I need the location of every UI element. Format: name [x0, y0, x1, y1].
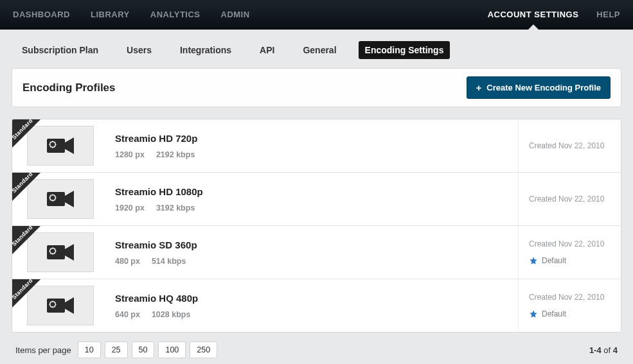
topnav-item-library[interactable]: LIBRARY — [91, 10, 130, 19]
svg-rect-9 — [47, 299, 65, 313]
profile-meta: 640 px 1028 kbps — [115, 310, 512, 319]
topnav-item-help[interactable]: HELP — [596, 10, 620, 19]
tab-subscription-plan[interactable]: Subscription Plan — [15, 41, 105, 59]
profile-created: Created Nov 22, 2010 — [529, 141, 611, 150]
section-header: Encoding Profiles + Create New Encoding … — [12, 68, 621, 107]
items-per-page-label: Items per page — [15, 345, 71, 355]
profile-info: Streamio HD 1080p 1920 px 3192 kbps — [109, 173, 518, 225]
items-per-page-100[interactable]: 100 — [158, 342, 186, 358]
profile-bitrate: 2192 kbps — [156, 150, 195, 159]
svg-marker-1 — [65, 137, 74, 154]
profile-info: Streamio HQ 480p 640 px 1028 kbps — [109, 279, 518, 332]
profile-info: Streamio HD 720p 1280 px 2192 kbps — [109, 119, 518, 172]
profile-bitrate: 514 kbps — [152, 257, 186, 266]
profile-thumbnail: Standard — [12, 173, 109, 225]
sub-nav: Subscription PlanUsersIntegrationsAPIGen… — [0, 30, 633, 68]
profile-side: Created Nov 22, 2010 — [518, 119, 621, 172]
video-camera-icon — [46, 189, 75, 209]
profile-width: 640 px — [115, 310, 140, 319]
profile-thumbnail: Standard — [12, 279, 109, 332]
profile-row[interactable]: Standard Streamio HD 720p 1280 px 2192 k… — [12, 119, 621, 173]
profile-side: Created Nov 22, 2010 Default — [518, 279, 621, 332]
profile-name: Streamio SD 360p — [115, 239, 512, 250]
video-camera-icon — [46, 296, 75, 315]
default-badge: Default — [529, 309, 611, 318]
pagination-footer: Items per page 102550100250 1-4 of 4 — [12, 333, 621, 364]
profile-row[interactable]: Standard Streamio SD 360p 480 px 514 kbp… — [12, 226, 621, 279]
section-title: Encoding Profiles — [22, 82, 116, 94]
profile-row[interactable]: Standard Streamio HQ 480p 640 px 1028 kb… — [12, 279, 621, 332]
profile-name: Streamio HQ 480p — [115, 293, 512, 304]
items-per-page-25[interactable]: 25 — [105, 342, 128, 358]
tab-encoding-settings[interactable]: Encoding Settings — [359, 41, 450, 59]
items-per-page-10[interactable]: 10 — [78, 342, 101, 358]
svg-marker-10 — [65, 297, 74, 314]
create-encoding-profile-button[interactable]: + Create New Encoding Profile — [467, 76, 611, 99]
profile-info: Streamio SD 360p 480 px 514 kbps — [109, 226, 518, 279]
profile-list: Standard Streamio HD 720p 1280 px 2192 k… — [12, 119, 621, 333]
svg-marker-4 — [65, 191, 74, 207]
default-badge: Default — [529, 256, 611, 265]
pagination-range: 1-4 of 4 — [589, 345, 618, 355]
star-icon — [529, 256, 538, 265]
profile-created: Created Nov 22, 2010 — [529, 293, 611, 302]
topnav-item-analytics[interactable]: ANALYTICS — [150, 10, 201, 19]
profile-row[interactable]: Standard Streamio HD 1080p 1920 px 3192 … — [12, 173, 621, 226]
items-per-page-50[interactable]: 50 — [132, 342, 155, 358]
profile-width: 1920 px — [115, 204, 145, 212]
tab-users[interactable]: Users — [120, 41, 158, 59]
topnav-item-admin[interactable]: ADMIN — [221, 10, 250, 19]
profile-created: Created Nov 22, 2010 — [529, 239, 611, 248]
profile-bitrate: 1028 kbps — [152, 310, 190, 319]
profile-name: Streamio HD 720p — [115, 133, 512, 144]
create-button-label: Create New Encoding Profile — [486, 83, 601, 92]
profile-created: Created Nov 22, 2010 — [529, 195, 611, 204]
profile-meta: 1920 px 3192 kbps — [115, 204, 512, 212]
plus-icon: + — [476, 82, 482, 93]
profile-name: Streamio HD 1080p — [115, 186, 512, 197]
profile-side: Created Nov 22, 2010 Default — [518, 226, 621, 279]
profile-width: 1280 px — [115, 150, 145, 159]
star-icon — [529, 309, 538, 318]
items-per-page-250[interactable]: 250 — [190, 342, 217, 358]
tab-api[interactable]: API — [253, 41, 281, 59]
profile-side: Created Nov 22, 2010 — [518, 173, 621, 225]
topnav-item-account-settings[interactable]: ACCOUNT SETTINGS — [488, 10, 579, 19]
svg-rect-6 — [47, 245, 65, 259]
svg-rect-0 — [47, 139, 65, 153]
top-nav: DASHBOARDLIBRARYANALYTICSADMIN ACCOUNT S… — [0, 0, 633, 30]
tab-general[interactable]: General — [296, 41, 343, 59]
profile-meta: 480 px 514 kbps — [115, 257, 512, 266]
video-camera-icon — [46, 243, 75, 262]
topnav-item-dashboard[interactable]: DASHBOARD — [13, 10, 70, 19]
profile-thumbnail: Standard — [12, 226, 109, 279]
profile-width: 480 px — [115, 257, 140, 266]
profile-bitrate: 3192 kbps — [156, 204, 195, 212]
profile-meta: 1280 px 2192 kbps — [115, 150, 512, 159]
tab-integrations[interactable]: Integrations — [174, 41, 238, 59]
profile-thumbnail: Standard — [12, 119, 109, 172]
svg-rect-3 — [47, 192, 65, 206]
video-camera-icon — [46, 136, 75, 155]
svg-marker-7 — [65, 244, 74, 261]
